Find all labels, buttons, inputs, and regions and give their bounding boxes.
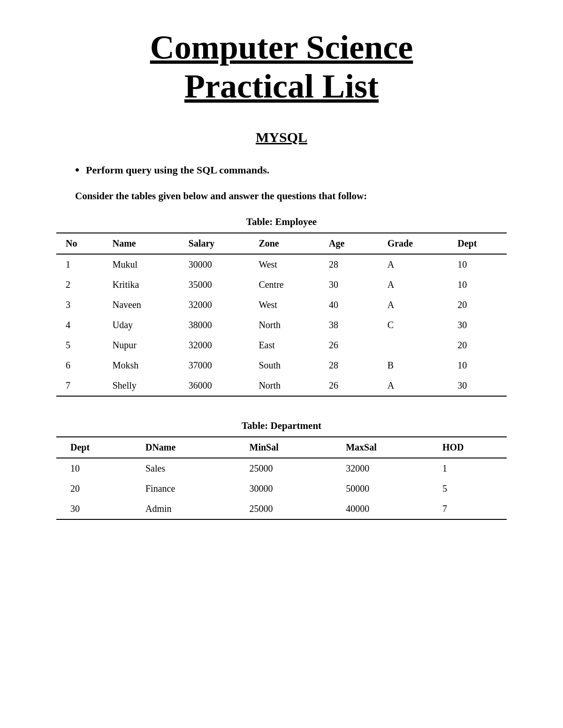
table-cell: B xyxy=(378,355,449,375)
bullet-text-1: Perform query using the SQL commands. xyxy=(86,164,269,176)
col-header-maxsal: MaxSal xyxy=(332,437,428,458)
department-table-title: Table: Department xyxy=(56,420,507,432)
table-cell xyxy=(378,335,449,355)
table-cell: Kritika xyxy=(103,275,179,295)
section-heading: MYSQL xyxy=(56,129,507,145)
department-table-header-row: Dept DName MinSal MaxSal HOD xyxy=(56,437,507,458)
table-cell: 10 xyxy=(448,355,507,375)
col-header-hod: HOD xyxy=(428,437,507,458)
table-cell: 3 xyxy=(56,295,103,315)
table-cell: 20 xyxy=(56,479,131,499)
table-row: 5Nupur32000East2620 xyxy=(56,335,507,355)
table-row: 6Moksh37000South28B10 xyxy=(56,355,507,375)
table-row: 7Shelly36000North26A30 xyxy=(56,375,507,396)
table-cell: West xyxy=(249,295,320,315)
table-cell: 1 xyxy=(428,458,507,479)
table-cell: 2 xyxy=(56,275,103,295)
col-header-no: No xyxy=(56,233,103,254)
employee-table-section: Table: Employee No Name Salary Zone Age … xyxy=(56,216,507,397)
table-cell: 10 xyxy=(56,458,131,479)
table-cell: East xyxy=(249,335,320,355)
col-header-salary: Salary xyxy=(179,233,250,254)
table-cell: 30 xyxy=(448,375,507,396)
table-cell: 20 xyxy=(448,295,507,315)
table-cell: 38 xyxy=(320,315,378,335)
table-cell: Centre xyxy=(249,275,320,295)
table-cell: 35000 xyxy=(179,275,250,295)
table-cell: A xyxy=(378,375,449,396)
department-table: Dept DName MinSal MaxSal HOD 10Sales2500… xyxy=(56,436,507,520)
table-cell: 37000 xyxy=(179,355,250,375)
col-header-dname: DName xyxy=(131,437,236,458)
table-row: 10Sales25000320001 xyxy=(56,458,507,479)
table-cell: North xyxy=(249,375,320,396)
table-cell: 40 xyxy=(320,295,378,315)
table-cell: North xyxy=(249,315,320,335)
employee-table: No Name Salary Zone Age Grade Dept 1Muku… xyxy=(56,233,507,397)
table-cell: 30000 xyxy=(179,254,250,275)
table-cell: A xyxy=(378,275,449,295)
table-cell: 38000 xyxy=(179,315,250,335)
table-cell: Shelly xyxy=(103,375,179,396)
table-cell: Moksh xyxy=(103,355,179,375)
table-cell: 7 xyxy=(56,375,103,396)
table-cell: Mukul xyxy=(103,254,179,275)
table-cell: 30 xyxy=(56,499,131,519)
page-header: Computer Science Practical List MYSQL xyxy=(56,28,507,145)
col-header-name: Name xyxy=(103,233,179,254)
table-cell: A xyxy=(378,295,449,315)
table-cell: 30 xyxy=(320,275,378,295)
table-cell: 7 xyxy=(428,499,507,519)
table-cell: West xyxy=(249,254,320,275)
table-cell: 25000 xyxy=(236,499,332,519)
table-cell: South xyxy=(249,355,320,375)
table-cell: 30 xyxy=(448,315,507,335)
table-cell: 32000 xyxy=(332,458,428,479)
table-cell: Finance xyxy=(131,479,236,499)
table-cell: Sales xyxy=(131,458,236,479)
table-cell: 20 xyxy=(448,335,507,355)
title-line1: Computer Science xyxy=(150,29,413,66)
table-cell: A xyxy=(378,254,449,275)
col-header-age: Age xyxy=(320,233,378,254)
bullet-point-1: • Perform query using the SQL commands. xyxy=(75,164,507,176)
main-title: Computer Science Practical List xyxy=(56,28,507,106)
table-row: 30Admin25000400007 xyxy=(56,499,507,519)
table-cell: 28 xyxy=(320,254,378,275)
table-row: 3Naveen32000West40A20 xyxy=(56,295,507,315)
table-cell: Admin xyxy=(131,499,236,519)
table-cell: 5 xyxy=(428,479,507,499)
table-cell: 32000 xyxy=(179,295,250,315)
table-cell: 25000 xyxy=(236,458,332,479)
table-cell: 10 xyxy=(448,275,507,295)
table-cell: 40000 xyxy=(332,499,428,519)
employee-table-header-row: No Name Salary Zone Age Grade Dept xyxy=(56,233,507,254)
table-cell: 1 xyxy=(56,254,103,275)
table-row: 4Uday38000North38C30 xyxy=(56,315,507,335)
title-line2: Practical List xyxy=(184,68,379,105)
employee-table-title: Table: Employee xyxy=(56,216,507,228)
table-cell: 28 xyxy=(320,355,378,375)
bullet-dot: • xyxy=(75,164,79,176)
col-header-grade: Grade xyxy=(378,233,449,254)
table-row: 20Finance30000500005 xyxy=(56,479,507,499)
table-cell: Uday xyxy=(103,315,179,335)
department-table-section: Table: Department Dept DName MinSal MaxS… xyxy=(56,420,507,520)
table-cell: 30000 xyxy=(236,479,332,499)
table-row: 2Kritika35000Centre30A10 xyxy=(56,275,507,295)
table-cell: C xyxy=(378,315,449,335)
col-header-dept: Dept xyxy=(448,233,507,254)
col-header-minsal: MinSal xyxy=(236,437,332,458)
table-cell: 26 xyxy=(320,335,378,355)
table-cell: 5 xyxy=(56,335,103,355)
consider-text: Consider the tables given below and answ… xyxy=(75,190,507,202)
table-cell: 26 xyxy=(320,375,378,396)
col-header-dept2: Dept xyxy=(56,437,131,458)
col-header-zone: Zone xyxy=(249,233,320,254)
table-cell: 32000 xyxy=(179,335,250,355)
table-cell: 6 xyxy=(56,355,103,375)
table-cell: 4 xyxy=(56,315,103,335)
table-row: 1Mukul30000West28A10 xyxy=(56,254,507,275)
table-cell: 36000 xyxy=(179,375,250,396)
table-cell: 10 xyxy=(448,254,507,275)
